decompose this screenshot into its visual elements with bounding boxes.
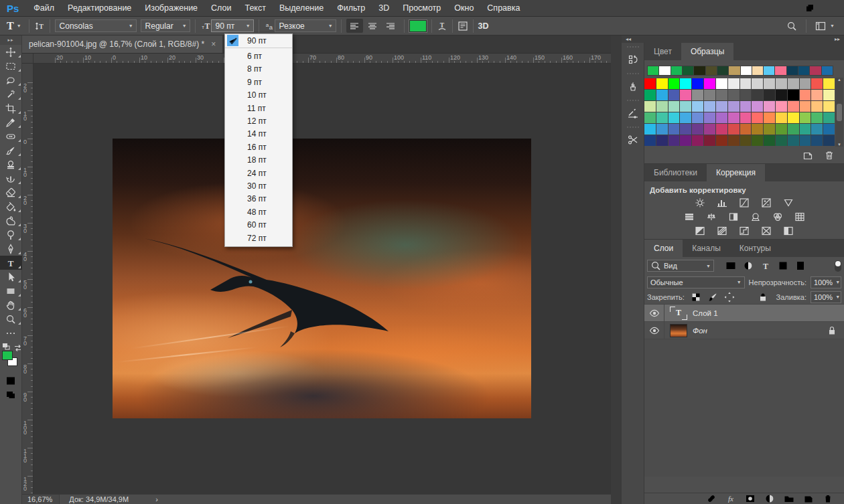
smart-filter-button[interactable] xyxy=(794,260,806,272)
font-family-select[interactable]: Consolas▼ xyxy=(55,19,137,32)
swatch[interactable] xyxy=(788,78,799,89)
adjust-tab-библиотеки[interactable]: Библиотеки xyxy=(644,164,707,181)
brush-tool[interactable] xyxy=(0,143,22,157)
swatch[interactable] xyxy=(776,78,787,89)
swatch-scrollbar[interactable]: ▲ ▼ xyxy=(835,78,843,147)
recent-swatch[interactable] xyxy=(683,66,693,75)
swatch[interactable] xyxy=(644,101,656,112)
panel-menu-icon[interactable] xyxy=(828,43,844,60)
recent-swatch[interactable] xyxy=(741,66,752,75)
menu-просмотр[interactable]: Просмотр xyxy=(396,0,447,17)
history-panel-button[interactable] xyxy=(622,50,644,70)
current-tool-button[interactable]: T ▼ xyxy=(4,20,24,32)
font-style-select[interactable]: Regular▼ xyxy=(141,19,190,32)
shape-filter-button[interactable] xyxy=(777,260,789,272)
size-option[interactable]: 12 пт xyxy=(225,114,292,127)
size-option[interactable]: 16 пт xyxy=(225,141,292,153)
close-button[interactable] xyxy=(821,0,844,17)
screen-mode-button[interactable] xyxy=(0,388,22,402)
swatch[interactable] xyxy=(823,101,835,112)
channel-mixer-button[interactable] xyxy=(770,211,785,222)
swatch[interactable] xyxy=(644,112,656,123)
swatch[interactable] xyxy=(788,124,799,135)
recent-swatch[interactable] xyxy=(694,66,705,75)
image-filter-button[interactable] xyxy=(725,260,737,272)
swatch[interactable] xyxy=(776,135,787,146)
align-center-button[interactable] xyxy=(364,19,381,33)
layer-row[interactable]: Фон xyxy=(644,322,844,339)
padlock-button[interactable] xyxy=(757,291,769,303)
path-select-tool[interactable] xyxy=(0,270,22,284)
size-option[interactable]: 10 пт xyxy=(225,89,292,102)
swatch[interactable] xyxy=(776,112,787,123)
hue-saturation-button[interactable] xyxy=(682,211,697,222)
eraser-tool[interactable] xyxy=(0,185,22,199)
swatch[interactable] xyxy=(644,124,656,135)
swatch[interactable] xyxy=(788,90,799,100)
swatch[interactable] xyxy=(644,78,656,89)
folder-button[interactable] xyxy=(784,493,794,504)
type-tool[interactable]: T xyxy=(0,256,22,270)
swatch[interactable] xyxy=(692,112,703,123)
swatch[interactable] xyxy=(788,112,799,123)
text-orientation-icon[interactable]: T xyxy=(34,21,45,31)
swatch[interactable] xyxy=(752,90,763,100)
layers-tab-контуры[interactable]: Контуры xyxy=(730,240,780,257)
adjust-tab-коррекция[interactable]: Коррекция xyxy=(707,164,765,181)
text-layer-thumbnail[interactable]: T xyxy=(670,307,687,320)
vibrance-button[interactable] xyxy=(781,197,796,208)
workspace-switcher-icon[interactable] xyxy=(815,21,826,31)
recent-swatch[interactable] xyxy=(671,66,682,75)
recent-swatch[interactable] xyxy=(752,66,763,75)
paint-bucket-tool[interactable] xyxy=(0,199,22,214)
magic-wand-tool[interactable] xyxy=(0,87,22,101)
canvas-viewport[interactable] xyxy=(33,64,611,494)
swatch[interactable] xyxy=(728,124,740,135)
blend-mode-select[interactable]: Обычные ▼ xyxy=(647,276,745,288)
lasso-tool[interactable] xyxy=(0,73,22,87)
mask-button[interactable] xyxy=(745,493,756,504)
swatch[interactable] xyxy=(644,90,656,100)
size-option[interactable]: 11 пт xyxy=(225,102,292,114)
color-balance-button[interactable] xyxy=(704,211,719,222)
selective-color-button[interactable] xyxy=(759,225,774,236)
size-option[interactable]: 8 пт xyxy=(225,63,292,76)
menu-текст[interactable]: Текст xyxy=(238,0,272,17)
history-brush-tool[interactable] xyxy=(0,171,22,185)
swatch[interactable] xyxy=(680,124,691,135)
swatch[interactable] xyxy=(811,124,823,135)
link-chain-button[interactable] xyxy=(706,493,717,504)
recent-swatch[interactable] xyxy=(764,66,774,75)
recent-swatch[interactable] xyxy=(798,66,809,75)
font-size-select[interactable]: 90 пт▼ xyxy=(211,19,254,32)
swatch[interactable] xyxy=(704,124,715,135)
menu-фильтр[interactable]: Фильтр xyxy=(330,0,372,17)
swatch[interactable] xyxy=(669,124,680,135)
expand-dock-icon[interactable]: ◂◂ xyxy=(626,36,631,42)
swatch[interactable] xyxy=(692,101,703,112)
swatch[interactable] xyxy=(704,101,715,112)
warp-text-icon[interactable]: T xyxy=(437,21,447,31)
toggle-panels-icon[interactable] xyxy=(458,21,468,31)
document-tab[interactable]: pelican-901004.jpg @ 16,7% (Слой 1, RGB/… xyxy=(22,35,222,53)
swatch[interactable] xyxy=(800,78,811,89)
swatch[interactable] xyxy=(656,101,668,112)
swatch[interactable] xyxy=(656,112,668,123)
swatch[interactable] xyxy=(728,78,740,89)
size-option[interactable]: 30 пт xyxy=(225,179,292,192)
posterize-button[interactable] xyxy=(715,225,729,236)
zoom-tool[interactable] xyxy=(0,312,22,326)
swatch[interactable] xyxy=(728,90,740,100)
clone-stamp-tool[interactable] xyxy=(0,157,22,171)
lock-artboard-button[interactable] xyxy=(740,291,752,303)
swatch[interactable] xyxy=(811,78,823,89)
curves-button[interactable] xyxy=(737,197,752,208)
anti-alias-select[interactable]: Резкое▼ xyxy=(275,19,336,32)
swatch[interactable] xyxy=(728,101,740,112)
layer-row[interactable]: TСлой 1 xyxy=(644,305,844,322)
swatch[interactable] xyxy=(752,135,763,146)
swatch[interactable] xyxy=(740,112,752,123)
swatch[interactable] xyxy=(716,90,727,100)
swatch[interactable] xyxy=(692,124,703,135)
recent-swatch[interactable] xyxy=(717,66,728,75)
